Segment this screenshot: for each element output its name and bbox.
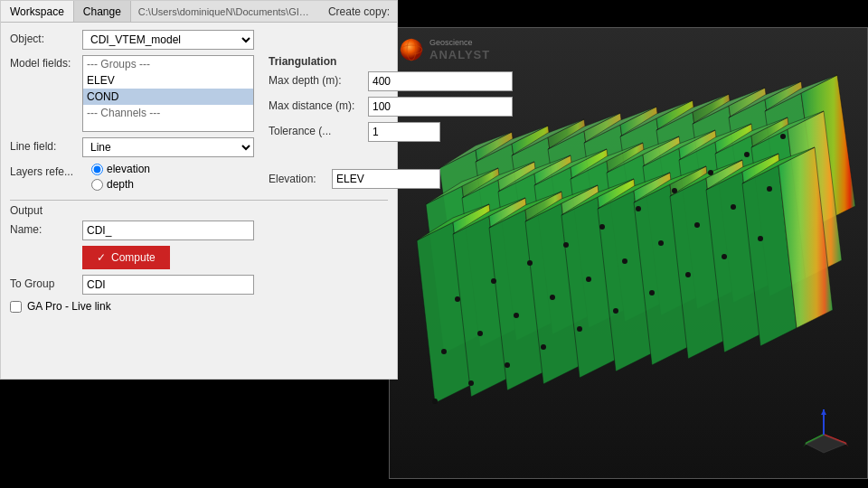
triangulation-section: Triangulation Max depth (m): Max distanc…: [269, 55, 467, 196]
svg-point-121: [577, 326, 582, 332]
svg-point-119: [505, 362, 510, 368]
depth-radio[interactable]: [91, 179, 103, 191]
svg-point-123: [649, 290, 655, 296]
create-copy-label: Create copy:: [328, 5, 390, 18]
svg-point-100: [563, 242, 569, 248]
max-depth-input[interactable]: [368, 71, 513, 91]
svg-point-118: [468, 380, 474, 386]
svg-point-110: [550, 295, 555, 300]
layers-ref-label: Layers refe...: [10, 163, 91, 178]
svg-point-103: [672, 188, 677, 193]
elevation-field-label: Elevation:: [269, 173, 332, 185]
svg-point-99: [527, 260, 533, 266]
svg-point-105: [744, 152, 750, 157]
tab-workspace[interactable]: Workspace: [1, 1, 74, 22]
fields-and-tri: Model fields: --- Groups --- ELEV COND -…: [10, 55, 388, 196]
max-distance-label: Max distance (m):: [269, 97, 368, 112]
create-copy-area: Create copy:: [321, 1, 397, 22]
elevation-field-input[interactable]: [332, 169, 440, 189]
model-fields-row: Model fields: --- Groups --- ELEV COND -…: [10, 55, 254, 132]
model-fields-list[interactable]: --- Groups --- ELEV COND --- Channels --…: [82, 55, 254, 132]
list-item-channels[interactable]: --- Channels ---: [83, 105, 253, 121]
layers-ref-row: Layers refe... elevation depth: [10, 163, 254, 191]
name-label: Name:: [10, 221, 82, 236]
main-panel: Workspace Change C:\Users\dominiqueN\Doc…: [0, 0, 398, 380]
svg-point-125: [722, 254, 727, 259]
svg-point-109: [514, 313, 519, 318]
output-title: Output: [10, 204, 388, 217]
svg-point-101: [599, 224, 605, 230]
max-distance-row: Max distance (m):: [269, 97, 467, 117]
object-label: Object:: [10, 30, 82, 45]
max-depth-row: Max depth (m):: [269, 71, 467, 91]
svg-point-104: [708, 170, 713, 175]
svg-point-126: [758, 236, 763, 241]
file-path: C:\Users\dominiqueN\Documents\GIT\mira\m…: [131, 1, 321, 22]
tolerance-input[interactable]: [368, 122, 440, 142]
ga-pro-checkbox[interactable]: [10, 301, 22, 313]
svg-point-116: [767, 186, 772, 192]
depth-radio-label: depth: [107, 178, 134, 191]
svg-point-106: [780, 134, 786, 139]
tab-change-label: Change: [83, 5, 121, 18]
model-fields-label: Model fields:: [10, 55, 82, 70]
list-item-cond[interactable]: COND: [83, 89, 253, 105]
svg-point-113: [658, 240, 664, 246]
svg-point-114: [694, 222, 700, 228]
elevation-radio-row: elevation: [91, 163, 150, 175]
compute-button[interactable]: ✓ Compute: [82, 246, 170, 269]
list-item-groups[interactable]: --- Groups ---: [83, 56, 253, 72]
compute-btn-container: ✓ Compute: [82, 246, 388, 269]
tab-bar: Workspace Change C:\Users\dominiqueN\Doc…: [1, 1, 397, 23]
to-group-label: To Group: [10, 275, 82, 290]
svg-point-97: [455, 296, 460, 302]
svg-point-115: [731, 204, 736, 210]
max-distance-input[interactable]: [368, 97, 513, 117]
compute-checkmark: ✓: [97, 251, 106, 264]
to-group-input[interactable]: [82, 275, 254, 295]
svg-point-122: [613, 308, 618, 314]
line-field-label: Line field:: [10, 137, 82, 153]
ga-pro-row: GA Pro - Live link: [10, 300, 388, 313]
depth-radio-row: depth: [91, 178, 150, 191]
compute-label: Compute: [111, 251, 156, 264]
svg-point-117: [432, 399, 438, 404]
svg-point-120: [541, 344, 546, 350]
elevation-radio-label: elevation: [107, 163, 150, 175]
max-depth-label: Max depth (m):: [269, 71, 368, 87]
tolerance-label: Tolerance (...: [269, 122, 368, 137]
file-path-text: C:\Users\dominiqueN\Documents\GIT\mira\m…: [138, 6, 314, 17]
triangulation-title: Triangulation: [269, 55, 467, 68]
model-fields-section: Model fields: --- Groups --- ELEV COND -…: [10, 55, 254, 196]
list-item-elev[interactable]: ELEV: [83, 72, 253, 89]
svg-point-124: [685, 272, 691, 277]
svg-point-112: [622, 258, 627, 264]
name-input[interactable]: [82, 221, 254, 240]
svg-point-107: [441, 349, 447, 354]
svg-point-98: [491, 278, 496, 284]
tab-change[interactable]: Change: [74, 1, 131, 22]
svg-point-102: [636, 206, 641, 211]
panel-content: Object: CDI_VTEM_model Model fields: ---…: [1, 23, 397, 320]
object-row: Object: CDI_VTEM_model: [10, 30, 388, 50]
layers-ref-radio-group: elevation depth: [91, 163, 150, 191]
line-field-select[interactable]: Line: [82, 137, 254, 157]
object-select[interactable]: CDI_VTEM_model: [82, 30, 254, 50]
to-group-row: To Group: [10, 275, 388, 295]
name-row: Name:: [10, 221, 388, 240]
elevation-field-row: Elevation:: [269, 169, 467, 189]
svg-point-108: [477, 331, 483, 336]
ga-pro-label: GA Pro - Live link: [27, 300, 111, 313]
tab-workspace-label: Workspace: [10, 5, 64, 18]
logo-text-top: Geoscience: [429, 38, 490, 48]
svg-point-111: [586, 277, 591, 282]
divider-1: [10, 200, 388, 201]
line-field-row: Line field: Line: [10, 137, 254, 157]
tolerance-row: Tolerance (...: [269, 122, 467, 142]
elevation-radio[interactable]: [91, 164, 103, 175]
